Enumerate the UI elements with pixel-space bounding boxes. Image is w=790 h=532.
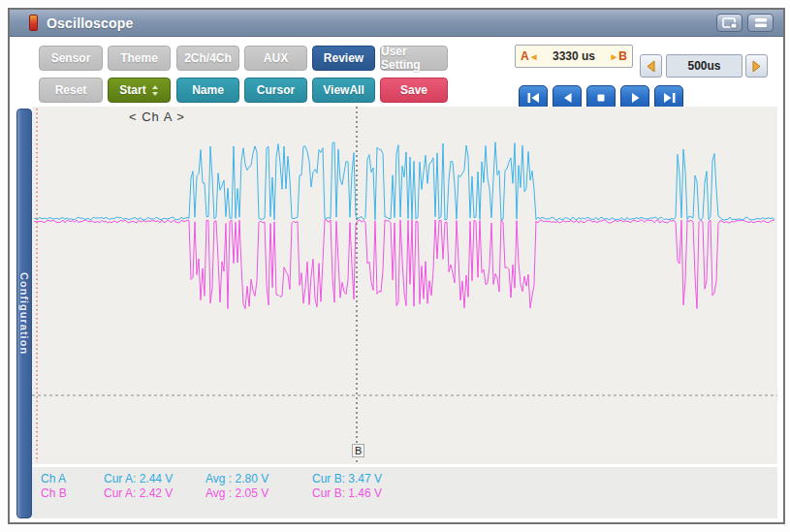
stop-icon [595,92,607,104]
right-arrow-icon [751,60,762,73]
sensor-button[interactable]: Sensor [39,46,103,71]
channel-b-name: Ch B [41,486,67,500]
skip-to-end-icon [662,92,677,104]
channel-a-cursor-a-value: Cur A: 2.44 V [104,472,173,485]
review-button[interactable]: Review [312,46,375,71]
theme-button[interactable]: Theme [108,46,171,71]
app-probe-icon [29,15,38,31]
cursor-b-flag[interactable]: B [352,444,364,457]
timebase-increase-button[interactable] [745,54,768,78]
channel-a-measurements: Ch A Cur A: 2.44 V Avg : 2.80 V Cur B: 3… [32,472,777,486]
reset-button[interactable]: Reset [39,78,103,103]
titlebar: Oscilloscope [10,10,783,37]
channel-b-cursor-b-value: Cur B: 1.46 V [312,486,382,500]
cursor-ab-readout: A◄ 3330 us ►B [515,45,633,68]
aux-button[interactable]: AUX [244,46,307,71]
timebase-display: 500us [666,54,743,78]
timebase-decrease-button[interactable] [640,54,662,78]
channel-b-cursor-a-value: Cur A: 2.42 V [104,486,173,500]
skip-to-start-icon [526,92,541,104]
minimize-button[interactable] [747,14,774,32]
bars-icon [754,17,768,28]
measurement-panel: Ch A Cur A: 2.44 V Avg : 2.80 V Cur B: 3… [32,467,777,518]
timebase-value: 500us [687,59,720,73]
channel-mode-button[interactable]: 2Ch/4Ch [176,46,239,71]
name-button[interactable]: Name [176,78,239,103]
user-setting-button[interactable]: User Setting [380,46,448,71]
cursor-b-label-chip: B [618,49,627,63]
left-arrow-icon [646,60,656,73]
cursor-a-arrow-icon: ◄ [529,51,539,62]
channel-b-measurements: Ch B Cur A: 2.42 V Avg : 2.05 V Cur B: 1… [32,486,777,501]
cursor-a-label: A [521,49,529,63]
channel-a-cursor-b-value: Cur B: 3.47 V [312,472,382,485]
display-mode-button[interactable] [716,14,743,32]
save-button[interactable]: Save [380,78,448,103]
up-down-spinner-icon [151,84,159,97]
viewall-button[interactable]: ViewAll [312,78,375,103]
channel-a-average-value: Avg : 2.80 V [205,472,269,485]
window-title: Oscilloscope [47,16,134,31]
cursor-b-arrow-icon: ► [609,51,618,62]
start-button-label: Start [119,83,145,97]
channel-a-plot-label: < Ch A > [129,110,185,124]
configuration-tab[interactable]: Configuration [16,109,32,518]
start-button[interactable]: Start [108,78,171,103]
cursor-ab-value: 3330 us [553,49,595,63]
step-back-icon [561,92,574,104]
screen: Oscilloscope Sensor Theme 2Ch/4 [0,0,790,532]
configuration-tab-label: Configuration [18,272,30,355]
channel-a-name: Ch A [41,472,66,485]
waveform-plot[interactable] [32,107,777,464]
channel-b-average-value: Avg : 2.05 V [205,486,269,500]
monitor-icon [722,17,738,29]
cursor-button[interactable]: Cursor [244,78,307,103]
waveform-traces [34,142,774,309]
play-icon [629,92,642,104]
